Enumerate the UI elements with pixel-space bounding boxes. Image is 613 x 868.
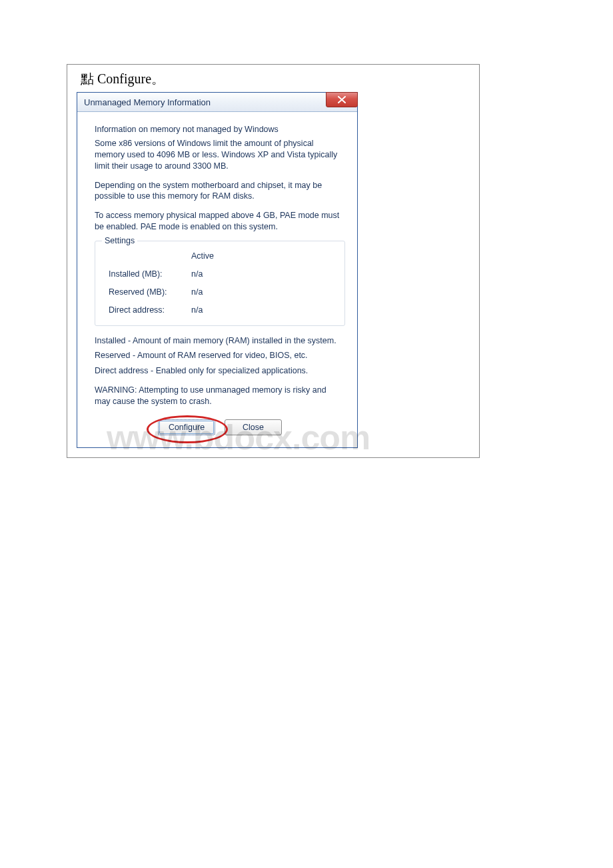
settings-label-installed: Installed (MB): [105, 269, 191, 280]
definition-reserved: Reserved - Amount of RAM reserved for vi… [95, 350, 341, 361]
close-icon [338, 96, 346, 103]
dialog-titlebar: Unmanaged Memory Information [77, 93, 357, 112]
configure-button[interactable]: Configure [158, 419, 215, 435]
settings-label-direct-address: Direct address: [105, 305, 191, 316]
settings-value-installed: n/a [191, 269, 335, 280]
info-paragraph-1: Some x86 versions of Windows limit the a… [95, 138, 341, 172]
info-paragraph-3: To access memory physical mapped above 4… [95, 210, 341, 233]
page-instruction: 點 Configure。 [81, 70, 470, 88]
dialog-title: Unmanaged Memory Information [84, 97, 211, 107]
settings-column-header: Active [191, 251, 335, 262]
document-frame: 點 Configure。 Unmanaged Memory Informatio… [67, 64, 480, 458]
settings-group: Settings Active Installed (MB): n/a Rese… [95, 241, 345, 326]
definition-direct-address: Direct address - Enabled only for specia… [95, 365, 341, 377]
warning-text: WARNING: Attempting to use unmanaged mem… [95, 385, 341, 407]
info-heading: Information on memory not managed by Win… [95, 124, 341, 135]
settings-value-direct-address: n/a [191, 305, 335, 316]
close-button[interactable] [326, 92, 358, 107]
settings-legend: Settings [102, 235, 137, 247]
info-paragraph-2: Depending on the system motherboard and … [95, 180, 341, 203]
dialog-body: Information on memory not managed by Win… [77, 112, 357, 447]
definition-installed: Installed - Amount of main memory (RAM) … [95, 335, 341, 347]
settings-value-reserved: n/a [191, 287, 335, 298]
unmanaged-memory-dialog: Unmanaged Memory Information Information… [77, 92, 358, 448]
close-dialog-button[interactable]: Close [225, 419, 282, 435]
settings-label-reserved: Reserved (MB): [105, 287, 191, 298]
dialog-button-row: Configure Close [95, 419, 345, 435]
